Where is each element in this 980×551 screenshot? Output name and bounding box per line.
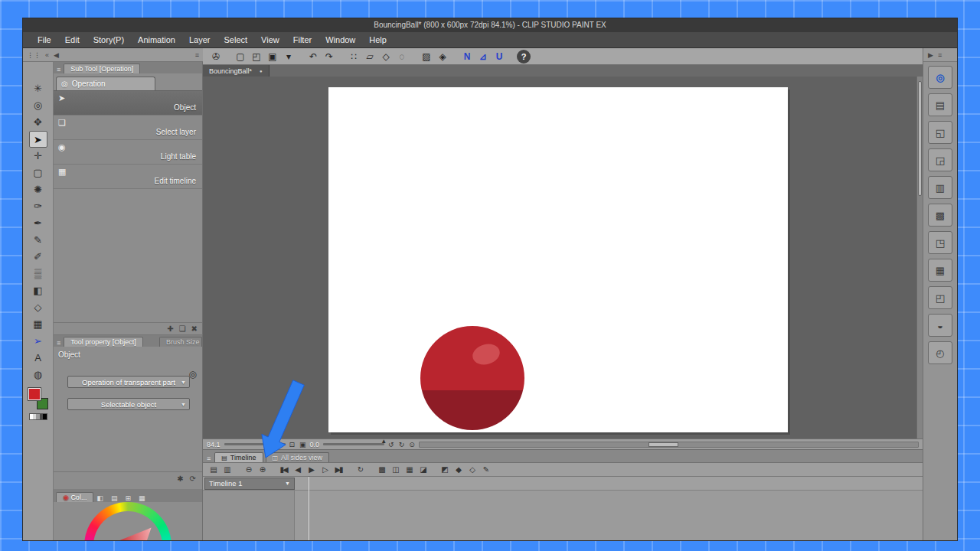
collapse-panel-icon[interactable]: ▶ (928, 51, 933, 59)
rotation-slider-thumb[interactable]: ▲ (381, 438, 387, 445)
subtool-item[interactable]: ➤ Object (54, 91, 202, 116)
open-file-icon[interactable]: ◰ (250, 50, 263, 64)
fit-to-window-icon[interactable]: ⊡ (289, 441, 296, 448)
timeline-list-icon[interactable]: ▥ (221, 465, 232, 474)
prev-frame-icon[interactable]: ◀ (292, 465, 302, 474)
cel-grid-icon[interactable]: ▦ (403, 465, 414, 474)
close-icon[interactable]: ● (260, 69, 263, 73)
redo-icon[interactable]: ↷ (322, 50, 336, 64)
material-monochromatic-panel-icon[interactable]: ▥ (928, 176, 952, 199)
save-file-icon[interactable]: ▣ (266, 50, 279, 64)
hue-triangle[interactable] (93, 511, 162, 540)
material-manga-panel-icon[interactable]: ◳ (928, 231, 952, 254)
intermediate-color-tab-icon[interactable]: ⊞ (123, 494, 132, 502)
show-all-settings-icon[interactable]: ⟳ (190, 474, 196, 483)
delete-cel-icon[interactable]: ⊖ (243, 465, 253, 474)
onion-skin-icon[interactable]: ▩ (376, 465, 387, 474)
zoom-slider-thumb[interactable]: ▲ (262, 438, 268, 445)
horizontal-scrollbar[interactable] (419, 442, 919, 448)
add-keyframe-icon[interactable]: ◇ (466, 465, 477, 474)
approximate-color-tab-icon[interactable]: ▦ (137, 494, 147, 502)
vertical-scrollbar-thumb[interactable] (918, 81, 922, 196)
sub-tool-detail-icon[interactable]: ◎ (189, 369, 197, 380)
panel-menu-icon[interactable]: ≡ (205, 455, 212, 462)
go-to-last-frame-icon[interactable]: ▶▮ (333, 465, 344, 474)
selection-border-icon[interactable]: ◈ (436, 50, 449, 64)
panel-dots-icon[interactable]: ⋮⋮ (27, 51, 41, 59)
panel-menu-icon[interactable]: ≡ (55, 66, 62, 73)
auto-select-tool-icon[interactable]: ✺ (29, 181, 47, 198)
track-edit-icon[interactable]: ◪ (417, 465, 428, 474)
scale-rotate-icon[interactable]: ▱ (363, 50, 377, 64)
horizontal-scrollbar-thumb[interactable] (648, 442, 678, 447)
add-subtool-icon[interactable]: ✚ (167, 324, 173, 333)
subtool-group-tab[interactable]: ◎ Operation (56, 77, 155, 90)
balloon-tool-icon[interactable]: ◍ (29, 367, 47, 383)
menu-item[interactable]: Window (318, 35, 362, 44)
brush-size-tab[interactable]: Brush Size (159, 337, 202, 347)
save-options-arrow-icon[interactable]: ▾ (282, 50, 296, 64)
clear-selection-icon[interactable]: ▨ (420, 50, 433, 64)
tab-timeline[interactable]: ▤ Timeline (214, 452, 263, 462)
material-color-pattern-panel-icon[interactable]: ◲ (928, 148, 952, 171)
sub-view-panel-icon[interactable]: ▤ (928, 93, 952, 116)
panel-menu-icon[interactable]: ≡ (55, 339, 62, 347)
timeline-playhead[interactable] (309, 477, 309, 540)
fill-tool-icon[interactable]: ◧ (29, 282, 47, 299)
snap-to-ruler-icon[interactable]: N (460, 50, 474, 64)
color-wheel[interactable] (84, 502, 172, 540)
move-layer-tool-icon[interactable]: ✛ (29, 148, 47, 165)
new-cel-icon[interactable]: ⊕ (256, 465, 267, 474)
brush-tool-icon[interactable]: ✐ (29, 249, 47, 266)
snap-to-special-ruler-icon[interactable]: ⊿ (476, 50, 490, 64)
copy-subtool-icon[interactable]: ❏ (179, 324, 186, 333)
tab-all-sides-view[interactable]: ◫ All sides view (266, 452, 330, 462)
figure-tool-icon[interactable]: ◇ (29, 299, 47, 316)
timeline-track-selector[interactable]: Timeline 1 ▼ (204, 478, 295, 490)
timeline-content-area[interactable] (203, 491, 923, 540)
history-panel-icon[interactable]: ◴ (928, 341, 952, 364)
color-set-tab-icon[interactable]: ▤ (109, 494, 119, 502)
select-area-icon[interactable]: ◌ (395, 50, 409, 64)
actual-size-icon[interactable]: ▣ (299, 441, 306, 448)
subtool-item[interactable]: ❏ Select layer (54, 116, 202, 140)
zoom-slider[interactable]: ▲ (224, 443, 286, 445)
airbrush-tool-icon[interactable]: ▒ (29, 266, 47, 282)
drawing-canvas[interactable] (328, 87, 788, 432)
menu-item[interactable]: Help (362, 35, 394, 44)
eyedropper-tool-icon[interactable]: ✑ (29, 198, 47, 215)
rotate-cw-icon[interactable]: ↻ (399, 441, 405, 448)
frame-border-tool-icon[interactable]: ▦ (29, 316, 47, 333)
subtool-tab[interactable]: Sub Tool [Operation] (64, 64, 140, 73)
correction-tool-icon[interactable]: ➢ (29, 333, 47, 350)
menu-item[interactable]: Story(P) (87, 35, 131, 44)
rotation-slider[interactable]: ▲ (323, 443, 384, 445)
go-to-first-frame-icon[interactable]: ▮◀ (278, 465, 289, 474)
playback-settings-icon[interactable]: ◩ (439, 465, 449, 474)
operation-tool-icon[interactable]: ➤ (29, 131, 47, 148)
document-tab[interactable]: BouncingBall* ● (203, 65, 270, 77)
keyframe-menu-icon[interactable]: ◆ (452, 465, 463, 474)
text-tool-icon[interactable]: A (29, 350, 47, 367)
menu-item[interactable]: Animation (131, 35, 182, 44)
selection-launcher-icon[interactable]: ✳ (29, 80, 47, 97)
new-file-icon[interactable]: ▢ (234, 50, 247, 64)
transparent-part-dropdown[interactable]: Operation of transparent part ▼ (67, 376, 190, 388)
snap-to-grid-icon[interactable]: U (492, 50, 506, 64)
selection-tool-icon[interactable]: ▢ (29, 165, 47, 181)
vertical-scrollbar[interactable] (916, 77, 923, 439)
color-history-strip[interactable] (29, 413, 47, 420)
next-frame-icon[interactable]: ▷ (319, 465, 330, 474)
light-table-icon[interactable]: ◫ (390, 465, 400, 474)
material-pattern-panel-icon[interactable]: ▩ (928, 204, 952, 227)
csp-logo-icon[interactable]: ✇ (209, 50, 223, 64)
fill-area-icon[interactable]: ◇ (379, 50, 393, 64)
free-transform-icon[interactable]: ∷ (347, 50, 361, 64)
delete-subtool-icon[interactable]: ✖ (191, 324, 198, 333)
menu-item[interactable]: View (254, 35, 286, 44)
reset-tool-settings-icon[interactable]: ✱ (177, 474, 183, 483)
color-slider-tab-icon[interactable]: ◧ (95, 494, 105, 502)
menu-item[interactable]: Select (217, 35, 255, 44)
panel-menu-icon[interactable]: ≡ (938, 51, 942, 59)
help-icon[interactable]: ? (517, 50, 531, 64)
